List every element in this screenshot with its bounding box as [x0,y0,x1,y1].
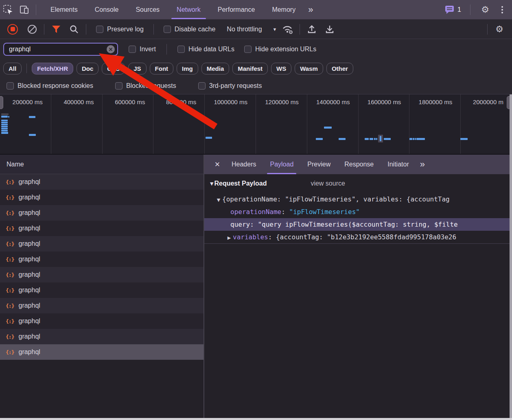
hide-data-urls-checkbox-group[interactable]: Hide data URLs [177,46,234,53]
preserve-log-checkbox-group[interactable]: Preserve log [96,26,144,33]
upload-icon [307,24,317,34]
request-row[interactable]: {:}graphql [0,267,203,282]
third-party-requests-group[interactable]: 3rd-party requests [198,82,262,90]
throttling-select[interactable]: No throttling ▼ [227,26,277,33]
export-har-button[interactable] [323,22,337,36]
tab-network[interactable]: Network [168,0,209,19]
request-row[interactable]: {:}graphql [0,221,203,236]
request-row[interactable]: {:}graphql [0,190,203,205]
invert-checkbox[interactable] [129,46,136,53]
request-payload-toggle[interactable]: ▼ Request Payload [210,180,267,187]
network-overview-timeline[interactable]: 200000 ms400000 ms600000 ms800000 ms1000… [0,94,512,155]
settings-gear-icon[interactable]: ⚙ [477,2,493,17]
details-tab-payload[interactable]: Payload [263,155,300,174]
network-conditions-button[interactable] [281,22,295,36]
import-har-button[interactable] [305,22,319,36]
filter-chip-manifest[interactable]: Manifest [232,63,268,74]
issues-count: 1 [457,6,461,13]
payload-root-preview: {operationName: "ipFlowTimeseries", vari… [222,195,450,203]
devtools-window: ElementsConsoleSourcesNetworkPerformance… [0,0,512,420]
payload-root-row[interactable]: ▼{operationName: "ipFlowTimeseries", var… [204,193,510,206]
timeline-request-bar [1,116,8,118]
preserve-log-checkbox[interactable] [96,26,103,33]
filter-chip-wasm[interactable]: Wasm [295,63,323,74]
disable-cache-checkbox[interactable] [164,26,171,33]
clear-filter-icon[interactable]: ✕ [107,45,115,53]
third-party-requests-checkbox[interactable] [198,82,206,90]
search-network-button[interactable] [67,22,81,36]
menu-kebab-icon[interactable] [497,6,508,13]
request-name: graphql [18,178,40,186]
request-row[interactable]: {:}graphql [0,205,203,221]
timeline-request-bar [413,138,414,140]
inspect-element-button[interactable] [0,2,16,17]
details-tabbar: × HeadersPayloadPreviewResponseInitiator… [204,155,510,174]
timeline-tick-label: 2000000 m [461,94,512,154]
filter-chip-fetch-xhr[interactable]: Fetch/XHR [32,63,73,74]
invert-checkbox-group[interactable]: Invert [129,46,156,53]
details-tab-preview[interactable]: Preview [300,155,337,174]
invert-label: Invert [140,46,156,53]
fetch-xhr-icon: {:} [6,225,14,232]
request-row[interactable]: {:}graphql [0,298,203,313]
device-toolbar-button[interactable] [16,2,33,17]
disable-cache-checkbox-group[interactable]: Disable cache [164,26,216,33]
tab-sources[interactable]: Sources [127,0,168,19]
request-name: graphql [18,209,40,217]
collapsed-triangle-icon[interactable]: ▶ [225,232,233,243]
view-source-link[interactable]: view source [311,180,345,187]
request-row[interactable]: {:}graphql [0,174,203,190]
filter-chip-all[interactable]: All [3,63,22,74]
hide-data-urls-checkbox[interactable] [177,46,185,53]
filter-chip-js[interactable]: JS [128,63,146,74]
close-details-icon[interactable]: × [210,157,225,172]
toolbar-separator-5 [487,24,488,35]
window-bottom-edge [0,418,512,420]
filter-chip-img[interactable]: Img [177,63,198,74]
filter-chip-doc[interactable]: Doc [77,63,98,74]
request-row[interactable]: {:}graphql [0,236,203,252]
blocked-requests-checkbox[interactable] [115,82,123,90]
filter-input[interactable] [8,45,107,53]
resource-type-chips: AllFetch/XHRDocCSSJSFontImgMediaManifest… [0,59,512,77]
filter-input-box[interactable]: ✕ [3,43,118,56]
filter-chip-other[interactable]: Other [326,63,353,74]
filter-chip-css[interactable]: CSS [102,63,125,74]
clear-network-log-button[interactable] [25,22,39,36]
details-tab-initiator[interactable]: Initiator [381,155,416,174]
filter-chip-font[interactable]: Font [150,63,173,74]
device-toolbar-icon [19,4,30,15]
payload-query-row-selected[interactable]: query: "query ipFlowTimeseries($accountT… [204,218,510,231]
record-network-log-button[interactable] [6,22,20,36]
blocked-requests-group[interactable]: Blocked requests [115,82,176,90]
expanded-triangle-icon[interactable]: ▼ [215,194,222,206]
more-tabs-chevron-icon[interactable]: » [304,4,316,15]
request-row[interactable]: {:}graphql [0,252,203,267]
request-row-selected[interactable]: {:}graphql [0,344,203,360]
blocked-response-cookies-group[interactable]: Blocked response cookies [7,82,93,90]
tab-elements[interactable]: Elements [42,0,86,19]
name-column-header[interactable]: Name [0,155,203,174]
request-row[interactable]: {:}graphql [0,282,203,298]
details-tab-headers[interactable]: Headers [225,155,263,174]
request-row[interactable]: {:}graphql [0,313,203,329]
payload-tree: ▼{operationName: "ipFlowTimeseries", var… [204,193,510,244]
tab-performance[interactable]: Performance [209,0,264,19]
timeline-left-handle[interactable] [0,96,3,109]
blocked-response-cookies-checkbox[interactable] [7,82,14,90]
fetch-xhr-icon: {:} [6,179,14,185]
tab-memory[interactable]: Memory [263,0,304,19]
tab-console[interactable]: Console [86,0,127,19]
network-settings-gear-icon[interactable]: ⚙ [492,22,506,36]
filter-chip-ws[interactable]: WS [271,63,291,74]
details-more-tabs-chevron-icon[interactable]: » [416,159,428,170]
hide-extension-urls-checkbox[interactable] [244,46,252,53]
details-tab-response[interactable]: Response [337,155,381,174]
filter-toggle-button[interactable] [49,22,63,36]
issues-bubble-icon [445,5,455,14]
request-row[interactable]: {:}graphql [0,329,203,344]
hide-extension-urls-checkbox-group[interactable]: Hide extension URLs [244,46,316,53]
issues-button[interactable]: 1 [442,5,464,14]
filter-chip-media[interactable]: Media [201,63,230,74]
payload-variables-row[interactable]: ▶variables: {accountTag: "b12e3b2192ee55… [204,231,510,243]
